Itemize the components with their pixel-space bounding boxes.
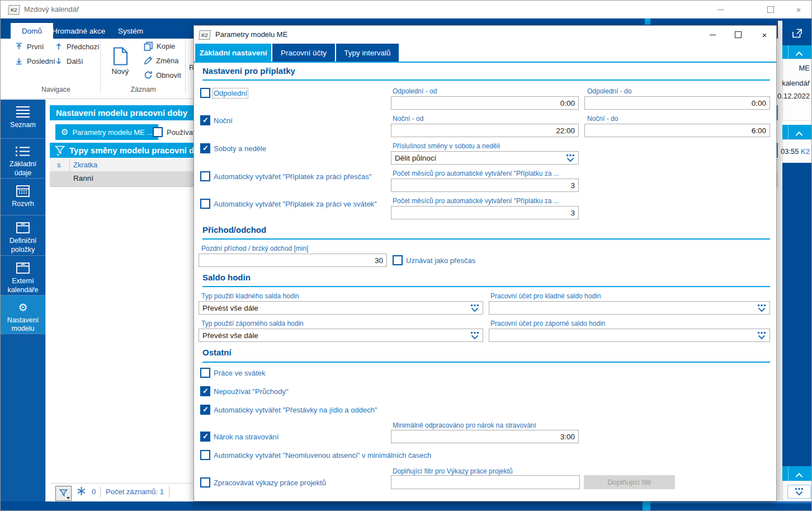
odpoledni-do-input[interactable]	[584, 96, 770, 110]
filtr-input[interactable]	[391, 475, 580, 489]
mesice-prescas-input[interactable]	[391, 179, 579, 192]
pozdni-prichod-input[interactable]	[199, 254, 387, 267]
minimize-button[interactable]	[712, 3, 729, 16]
dialog-title: Parametry modelu ME	[215, 30, 287, 39]
absence-checkbox[interactable]	[200, 450, 210, 460]
dialog-titlebar[interactable]: K2 Parametry modelu ME ×	[194, 26, 776, 44]
next-record-button[interactable]: Další	[54, 57, 83, 65]
soboty-label[interactable]: Soboty a neděle	[214, 144, 266, 153]
absence-label[interactable]: Automaticky vytvářet "Neomluvenou absenc…	[214, 451, 431, 460]
dialog-close-button[interactable]: ×	[757, 28, 772, 41]
dock-section-header[interactable]	[782, 466, 812, 481]
chevron-up-icon[interactable]	[794, 470, 804, 480]
chevron-up-icon[interactable]	[794, 49, 804, 59]
sidebar-item-seznam[interactable]: Seznam	[1, 100, 45, 139]
ucet-zaporny-dropdown[interactable]	[489, 329, 770, 342]
odpoledni-checkbox[interactable]	[200, 88, 210, 98]
k2-logo-icon: K2	[8, 5, 20, 15]
filter-button[interactable]	[55, 486, 72, 501]
prescas-checkbox[interactable]	[200, 171, 210, 181]
arrow-down-icon	[54, 57, 63, 65]
dialog-minimize-button[interactable]	[705, 28, 720, 41]
dock-footer-card	[782, 481, 812, 501]
sidebar-item-externi-kalendare[interactable]: Externí kalendáře	[1, 256, 45, 296]
stravovani-checkbox[interactable]	[200, 432, 210, 442]
pruchody-label[interactable]: Nepoužívat "Průchody"	[214, 387, 289, 396]
soboty-checkbox[interactable]	[200, 143, 210, 153]
model-parameters-button[interactable]: ⚙ Parametry modelu ME ...	[55, 124, 158, 140]
prislusnost-dropdown[interactable]: Dělit půlnocí	[391, 151, 579, 165]
field-label: Typ použití kladného salda hodin	[201, 292, 299, 300]
close-button[interactable]: ×	[790, 3, 807, 16]
doplnujici-filtr-button[interactable]: Doplňující filtr	[584, 475, 675, 489]
vykazy-label[interactable]: Zpracovávat výkazy práce projektů	[214, 479, 326, 487]
nocni-do-input[interactable]	[584, 124, 770, 137]
sidebar-item-rozvrh[interactable]: Rozvrh	[1, 179, 45, 215]
typ-zaporny-dropdown[interactable]: Převést vše dále	[199, 329, 483, 342]
group-divider	[100, 41, 101, 93]
dialog-tabs: Základní nastavení Pracovní účty Typy in…	[194, 44, 776, 63]
panel-accent-marker	[643, 501, 650, 511]
typ-kladny-dropdown[interactable]: Převést vše dále	[199, 301, 483, 315]
odpoledni-od-input[interactable]	[391, 96, 579, 110]
divider	[100, 486, 101, 498]
svatek-checkbox[interactable]	[200, 199, 210, 209]
prace-svatek-checkbox[interactable]	[200, 368, 210, 378]
panel-accent-marker	[645, 18, 650, 25]
pouzivat-label: Používat	[167, 128, 195, 137]
previous-record-button[interactable]: Předchozí	[54, 42, 100, 51]
nocni-checkbox[interactable]	[200, 115, 210, 125]
tab-typy-intervalu[interactable]: Typy intervalů	[336, 44, 399, 62]
gear-icon: ⚙	[61, 127, 68, 137]
ucet-kladny-dropdown[interactable]	[489, 301, 770, 315]
ribbon-tab-system[interactable]: Systém	[107, 23, 154, 39]
sidebar-item-definicni-polozky[interactable]: Definiční položky	[1, 215, 45, 256]
minimalne-input[interactable]	[391, 430, 579, 443]
dropdown-button[interactable]	[787, 485, 811, 499]
last-record-button[interactable]: Poslední	[15, 57, 55, 65]
sidebar-item-zakladni-udaje[interactable]: Základní údaje	[1, 139, 45, 179]
filter-icon	[59, 489, 68, 498]
main-titlebar: K2 Mzdový kalendář ×	[1, 1, 812, 18]
info-line-3: 0.12.2022	[777, 92, 810, 100]
edit-button[interactable]: Změna	[144, 56, 178, 65]
open-external-window-icon[interactable]	[791, 28, 803, 41]
prestavky-label[interactable]: Automaticky vytvářet "Přestávky na jídlo…	[214, 406, 377, 414]
pouzivat-checkbox[interactable]	[153, 127, 163, 137]
vykazy-checkbox[interactable]	[200, 477, 210, 487]
ribbon-tab-hromadne-akce[interactable]: Hromadné akce	[41, 23, 116, 39]
k2-label: K2	[801, 147, 810, 156]
calendar-icon	[16, 184, 30, 198]
sidebar-item-nastaveni-modelu[interactable]: ⚙ Nastavení modelu	[1, 296, 45, 334]
section-title: Saldo hodin	[202, 273, 251, 282]
nocni-od-input[interactable]	[391, 124, 579, 137]
svatek-label[interactable]: Automaticky vytvářet "Příplatek za práci…	[214, 200, 377, 208]
dock-section-header[interactable]	[782, 45, 812, 59]
pruchody-checkbox[interactable]	[200, 386, 210, 396]
mesice-svatek-input[interactable]	[391, 206, 579, 219]
tab-zakladni-nastaveni[interactable]: Základní nastavení	[195, 44, 271, 62]
uznavat-checkbox[interactable]	[393, 255, 403, 265]
chevron-up-icon[interactable]	[794, 129, 804, 139]
odpoledni-label[interactable]: Odpolední	[214, 89, 247, 97]
nocni-label[interactable]: Noční	[214, 116, 233, 125]
field-label: Počet měsíců pro automatické vytváření "…	[393, 170, 559, 177]
prescas-label[interactable]: Automaticky vytvářet "Příplatek za práci…	[214, 172, 371, 181]
uznavat-label[interactable]: Uznávat jako přesčas	[406, 256, 475, 265]
dock-section-header[interactable]	[782, 125, 812, 139]
stravovani-label[interactable]: Nárok na stravování	[214, 433, 278, 441]
prestavky-checkbox[interactable]	[200, 405, 210, 415]
tab-pracovni-ucty[interactable]: Pracovní účty	[272, 44, 335, 62]
asterisk-icon[interactable]	[77, 486, 86, 498]
refresh-button[interactable]: Obnovit	[144, 71, 181, 79]
copy-button[interactable]: Kopie	[144, 41, 175, 51]
prace-svatek-label[interactable]: Práce ve svátek	[214, 369, 266, 377]
field-label: Pozdní příchod / brzký odchod [min]	[201, 245, 308, 252]
dialog-maximize-button[interactable]	[730, 28, 746, 41]
maximize-button[interactable]	[762, 3, 779, 16]
first-record-button[interactable]: První	[15, 42, 44, 51]
field-label: Noční - od	[393, 115, 423, 123]
dropdown-icon	[794, 487, 804, 496]
new-record-button[interactable]: Nový	[109, 47, 131, 76]
section-title: Nastavení pro příplatky	[202, 66, 295, 76]
